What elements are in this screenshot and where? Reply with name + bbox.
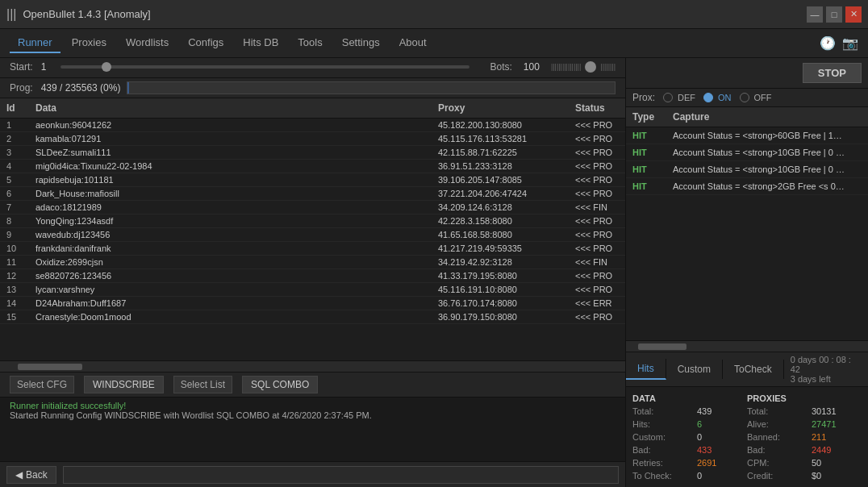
cell-id: 6 [0,188,29,199]
cell-data: aeonkun:96041262 [29,119,432,131]
proxy-def-radio[interactable] [663,93,673,102]
cell-data: frankdani:danifrank [29,243,432,254]
minimize-button[interactable]: — [807,6,823,23]
table-row[interactable]: 6Dark_House:mafiosill37.221.204.206:4742… [0,187,625,201]
nav-hitsdb[interactable]: Hits DB [235,33,286,53]
data-stats-col: DATA Total: 439 Hits: 6 Custom: 0 Bad: 4… [632,392,747,482]
cell-id: 3 [0,147,29,158]
nav-runner[interactable]: Runner [10,33,61,53]
capture-row: HITAccount Status = <strong>2GB Free <s … [626,178,868,195]
window-title: OpenBullet 1.4.3 [Anomaly] [23,8,807,20]
cell-id: 4 [0,160,29,172]
cap-text: Account Status = <strong>10GB Free | 0 /… [666,164,852,175]
close-button[interactable]: ✕ [845,6,862,23]
table-row[interactable]: 7adaco:1812198934.209.124.6:3128<<< FIN [0,201,625,214]
table-row[interactable]: 3SLDeeZ:sumali11142.115.88.71:62225<<< P… [0,146,625,160]
select-list-button[interactable]: Select List [173,376,232,393]
camera-icon[interactable]: 📷 [842,35,858,51]
nav-configs[interactable]: Configs [180,33,232,53]
table-row[interactable]: 1aeonkun:9604126245.182.200.130:8080<<< … [0,119,625,132]
nav-wordlists[interactable]: Wordlists [118,33,177,53]
cap-type: HIT [626,130,666,141]
table-row[interactable]: 5rapidsebuja:10118139.106.205.147:8085<<… [0,173,625,187]
table-row[interactable]: 4mig0id4ica:Tixunu22-02-198436.91.51.233… [0,160,625,173]
cell-status: <<< PRO [569,284,625,295]
input-row: ◀ Back [0,461,625,487]
cell-status: <<< PRO [569,119,625,131]
hits-label: Hits: [632,419,697,429]
cell-proxy: 41.217.219.49:59335 [432,243,569,254]
custom-value: 0 [697,432,702,442]
cell-proxy: 34.219.42.92:3128 [432,256,569,268]
cpm-value: 50 [812,458,821,468]
nav-settings[interactable]: Settings [334,33,388,53]
horizontal-scrollbar[interactable] [0,360,625,372]
proxies-bad-value: 2449 [812,445,831,455]
log-line: Started Running Config WINDSCRIBE with W… [10,410,616,420]
banned-label: Banned: [747,432,812,442]
timer-display: 0 days 00 : 08 : 42 3 days left [784,352,868,386]
table-row[interactable]: 14D24Abraham:Duff168736.76.170.174:8080<… [0,297,625,310]
left-panel: Start: 1 Bots: 100 |||||||||||||||| ||||… [0,58,626,487]
custom-label: Custom: [632,432,697,442]
timer-value: 0 days 00 : 08 : 42 [791,355,862,374]
bots-slider[interactable]: |||||||||||||||| |||||||| [551,61,616,73]
table-row[interactable]: 2kamabla:07129145.115.176.113:53281<<< P… [0,132,625,146]
nav-proxies[interactable]: Proxies [64,33,115,53]
back-button[interactable]: ◀ Back [6,466,56,484]
capture-row: HITAccount Status = <strong>60GB Free | … [626,127,868,144]
alive-label: Alive: [747,419,812,429]
table-row[interactable]: 13lycan:varshney45.116.191.10:8080<<< PR… [0,283,625,297]
cap-text: Account Status = <strong>2GB Free <s 0 /… [666,181,852,192]
capture-body[interactable]: HITAccount Status = <strong>60GB Free | … [626,127,868,340]
cell-proxy: 42.228.3.158:8080 [432,215,569,227]
capture-h-scrollbar[interactable] [626,340,868,352]
nav-tools[interactable]: Tools [290,33,330,53]
table-row[interactable]: 10frankdani:danifrank41.217.219.49:59335… [0,242,625,256]
cell-id: 11 [0,256,29,268]
table-body[interactable]: 1aeonkun:9604126245.182.200.130:8080<<< … [0,119,625,360]
cell-proxy: 37.221.204.206:47424 [432,188,569,199]
result-tabs: Hits Custom ToCheck 0 days 00 : 08 : 42 … [626,352,868,387]
table-row[interactable]: 11Oxidize:2699cjsn34.219.42.92:3128<<< F… [0,256,625,269]
table-header: Id Data Proxy Status [0,98,625,119]
nav-right: 🕐 📷 [820,35,858,51]
data-table: Id Data Proxy Status 1aeonkun:9604126245… [0,98,625,372]
tab-hits[interactable]: Hits [626,359,666,380]
proxy-on-option[interactable]: ON [703,93,732,102]
table-row[interactable]: 9wavedub:dj12345641.65.168.58:8080<<< PR… [0,228,625,242]
start-slider[interactable] [61,65,469,69]
proxy-def-option[interactable]: DEF [663,93,695,102]
tocheck-label: To Check: [632,471,697,481]
cap-col-type: Type [626,109,666,125]
cell-status: <<< PRO [569,270,625,281]
table-row[interactable]: 15Cranestyle:Doom1mood36.90.179.150:8080… [0,310,625,324]
command-input[interactable] [63,466,619,484]
cell-data: rapidsebuja:101181 [29,174,432,185]
tab-tocheck[interactable]: ToCheck [723,360,784,379]
tab-custom[interactable]: Custom [666,360,723,379]
proxy-label: Prox: [632,92,655,103]
log-line: Runner initialized succesfully! [10,401,616,410]
cpm-label: CPM: [747,458,812,468]
maximize-button[interactable]: □ [826,6,842,23]
total-label: Total: [632,406,697,416]
table-row[interactable]: 8YongQing:1234asdf42.228.3.158:8080<<< P… [0,214,625,228]
cell-status: <<< PRO [569,133,625,144]
proxy-off-option[interactable]: OFF [740,93,772,102]
table-row[interactable]: 12se8820726:12345641.33.179.195:8080<<< … [0,269,625,283]
cell-status: <<< PRO [569,311,625,323]
bad-label: Bad: [632,445,697,455]
nav-about[interactable]: About [391,33,435,53]
proxy-off-radio[interactable] [740,93,749,102]
proxy-on-radio[interactable] [703,93,713,102]
cell-data: adaco:18121989 [29,202,432,213]
clock-icon[interactable]: 🕐 [820,35,836,51]
cap-text: Account Status = <strong>60GB Free | 151… [666,130,852,141]
start-label: Start: [10,61,33,73]
select-cfg-button[interactable]: Select CFG [10,376,74,393]
cell-data: YongQing:1234asdf [29,215,432,227]
cell-data: se8820726:123456 [29,270,432,281]
proxies-stats-col: PROXIES Total: 30131 Alive: 27471 Banned… [747,392,862,482]
stop-button[interactable]: STOP [803,63,862,83]
